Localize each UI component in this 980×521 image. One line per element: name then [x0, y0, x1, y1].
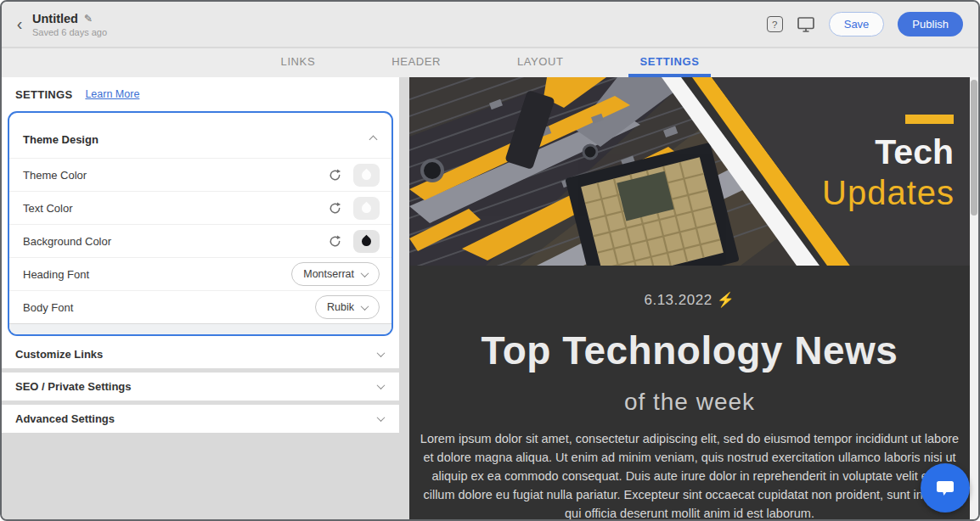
- saved-status: Saved 6 days ago: [32, 27, 107, 37]
- heading-font-value: Montserrat: [303, 268, 354, 280]
- seo-private-settings-label: SEO / Private Settings: [15, 380, 132, 393]
- text-color-label: Text Color: [23, 202, 73, 215]
- logo-text-updates: Updates: [822, 174, 955, 211]
- chevron-up-icon: [369, 136, 378, 144]
- tab-header[interactable]: HEADER: [380, 48, 453, 77]
- reset-icon[interactable]: [328, 234, 342, 249]
- body-font-row: Body Font Rubik: [9, 290, 391, 323]
- title-block: Untitled ✎ Saved 6 days ago: [32, 12, 107, 37]
- customize-links-label: Customize Links: [15, 348, 103, 361]
- scrollbar-thumb[interactable]: [971, 80, 977, 216]
- tab-bar: LINKS HEADER LAYOUT SETTINGS: [2, 48, 978, 77]
- newsletter-body: 6.13.2022 ⚡ Top Technology News of the w…: [409, 291, 970, 519]
- text-color-row: Text Color: [9, 191, 391, 224]
- heading-font-select[interactable]: Montserrat: [291, 262, 380, 286]
- hero-image: Tech Updates: [409, 77, 970, 266]
- background-color-label: Background Color: [23, 235, 111, 248]
- chevron-down-icon: [361, 269, 369, 277]
- droplet-icon: [360, 234, 374, 248]
- date-text: 6.13.2022: [644, 292, 712, 308]
- learn-more-link[interactable]: Learn More: [85, 88, 139, 100]
- newsletter-subheading: of the week: [409, 389, 970, 416]
- chevron-down-icon: [361, 302, 369, 311]
- section-advanced-settings[interactable]: Advanced Settings: [2, 405, 399, 433]
- sidebar-header: SETTINGS Learn More: [2, 77, 399, 111]
- newsletter-heading: Top Technology News: [409, 328, 970, 373]
- advanced-settings-label: Advanced Settings: [15, 412, 115, 425]
- publish-button[interactable]: Publish: [898, 12, 963, 36]
- body-font-label: Body Font: [23, 301, 73, 314]
- sidebar-heading: SETTINGS: [15, 88, 72, 101]
- heading-font-label: Heading Font: [23, 268, 89, 281]
- theme-color-label: Theme Color: [23, 169, 87, 182]
- preview-monitor-icon[interactable]: [797, 16, 815, 33]
- chevron-down-icon: [377, 349, 386, 357]
- logo-text-tech: Tech: [875, 132, 954, 171]
- lightning-bolt-icon: ⚡: [717, 292, 735, 308]
- chevron-down-icon: [377, 413, 386, 422]
- edit-title-icon[interactable]: ✎: [84, 13, 93, 25]
- logo-bar: [905, 115, 954, 124]
- body-font-value: Rubik: [327, 301, 354, 313]
- page-title: Untitled: [32, 12, 78, 25]
- theme-design-title: Theme Design: [23, 133, 99, 146]
- reset-icon[interactable]: [328, 201, 342, 216]
- tab-layout[interactable]: LAYOUT: [505, 48, 576, 77]
- tab-settings[interactable]: SETTINGS: [628, 48, 712, 77]
- newsletter-paragraph: Lorem ipsum dolor sit amet, consectetur …: [414, 429, 965, 519]
- page-preview: Tech Updates 6.13.2022 ⚡ Top Technology …: [409, 77, 970, 519]
- save-button[interactable]: Save: [829, 12, 885, 36]
- theme-color-swatch[interactable]: [353, 164, 380, 187]
- heading-font-row: Heading Font Montserrat: [9, 257, 391, 290]
- chat-icon: [934, 478, 956, 498]
- date-line: 6.13.2022 ⚡: [409, 291, 970, 309]
- tab-links[interactable]: LINKS: [269, 48, 328, 77]
- text-color-swatch[interactable]: [353, 197, 380, 220]
- section-customize-links[interactable]: Customize Links: [2, 340, 399, 368]
- app-window: ‹ Untitled ✎ Saved 6 days ago ? Save Pub…: [0, 0, 980, 521]
- background-color-row: Background Color: [9, 224, 391, 257]
- background-color-swatch[interactable]: [353, 230, 380, 253]
- theme-design-header[interactable]: Theme Design: [9, 113, 391, 158]
- settings-sidebar: SETTINGS Learn More Theme Design Theme C…: [2, 77, 409, 519]
- droplet-icon: [360, 168, 374, 182]
- body-font-select[interactable]: Rubik: [315, 295, 380, 319]
- back-button[interactable]: ‹: [7, 14, 32, 34]
- back-icon: ‹: [17, 14, 23, 33]
- top-bar: ‹ Untitled ✎ Saved 6 days ago ? Save Pub…: [2, 2, 978, 48]
- theme-color-row: Theme Color: [9, 158, 391, 191]
- reset-icon[interactable]: [328, 168, 342, 182]
- droplet-icon: [360, 201, 374, 215]
- panel-footer: [9, 323, 391, 334]
- section-seo-private-settings[interactable]: SEO / Private Settings: [2, 373, 399, 401]
- help-icon[interactable]: ?: [767, 16, 783, 32]
- chat-widget-button[interactable]: [921, 463, 970, 513]
- chevron-down-icon: [377, 381, 386, 389]
- topbar-actions: ? Save Publish: [767, 12, 978, 36]
- preview-scrollbar[interactable]: [970, 77, 978, 519]
- theme-design-panel: Theme Design Theme Color Text Color: [8, 111, 393, 336]
